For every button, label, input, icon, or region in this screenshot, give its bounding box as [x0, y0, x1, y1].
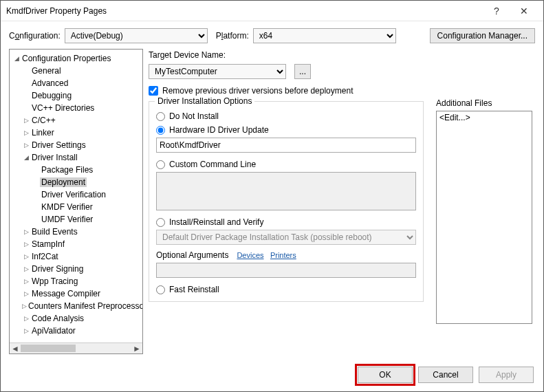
tree-node[interactable]: Driver Install [11, 151, 141, 164]
tree-node-label: Code Analysis [30, 314, 85, 323]
tree-node[interactable]: Inf2Cat [11, 250, 141, 263]
chevron-right-icon[interactable] [22, 277, 30, 285]
scroll-right-icon[interactable]: ► [131, 344, 142, 353]
radio-install-label: Install/Reinstall and Verify [169, 217, 263, 227]
install-task-select[interactable]: Default Driver Package Installation Task… [156, 230, 416, 245]
optional-args-input[interactable] [156, 263, 416, 278]
tree-node-label: Linker [30, 128, 56, 138]
configuration-manager-button[interactable]: Configuration Manager... [430, 28, 535, 43]
radio-custom-label: Custom Command Line [169, 160, 256, 169]
browse-device-button[interactable]: ... [294, 64, 311, 79]
remove-previous-label: Remove previous driver versions before d… [162, 86, 353, 96]
tree-node[interactable]: Wpp Tracing [11, 275, 141, 287]
scroll-left-icon[interactable]: ◄ [10, 344, 21, 353]
driver-install-groupbox: Driver Installation Options Do Not Insta… [149, 101, 424, 302]
chevron-right-icon[interactable] [22, 302, 27, 309]
chevron-right-icon[interactable] [22, 252, 30, 260]
tree-node[interactable]: Advanced [11, 77, 141, 89]
tree-node[interactable]: Driver Settings [11, 139, 141, 151]
target-device-select[interactable]: MyTestComputer [149, 64, 286, 79]
chevron-right-icon[interactable] [22, 141, 30, 149]
tree-node-label: Counters Manifest Preprocessor [27, 301, 142, 311]
radio-hwid[interactable] [156, 126, 165, 135]
platform-select[interactable]: x64 [253, 28, 396, 43]
tree-node-label: Advanced [30, 78, 69, 88]
optional-args-label: Optional Arguments [156, 250, 228, 260]
configuration-label: Configuration: [9, 31, 61, 41]
tree-hscrollbar[interactable]: ◄ ► [10, 342, 142, 353]
tree-node-label: Inf2Cat [30, 252, 60, 261]
chevron-right-icon[interactable] [22, 228, 30, 235]
tree-node[interactable]: UMDF Verifier [11, 213, 141, 226]
chevron-right-icon[interactable] [22, 327, 30, 334]
configuration-select[interactable]: Active(Debug) [65, 28, 208, 43]
chevron-right-icon[interactable] [22, 265, 30, 272]
chevron-right-icon[interactable] [22, 116, 30, 124]
hwid-input[interactable] [156, 138, 416, 153]
tree-node[interactable]: VC++ Directories [11, 102, 141, 114]
tree-node-label: Driver Signing [30, 264, 85, 274]
radio-fast-label: Fast Reinstall [169, 285, 219, 294]
tree-node[interactable]: Counters Manifest Preprocessor [11, 300, 141, 312]
chevron-right-icon[interactable] [22, 240, 30, 248]
remove-previous-checkbox[interactable] [149, 86, 158, 96]
config-row: Configuration: Active(Debug) Platform: x… [1, 21, 543, 49]
dialog-footer: OK Cancel Apply [358, 367, 534, 383]
tree-node-label: StampInf [30, 239, 66, 249]
tree-node-label: KMDF Verifier [40, 202, 94, 212]
tree-node-label: Configuration Properties [21, 54, 112, 63]
radio-custom[interactable] [156, 160, 165, 169]
chevron-down-icon[interactable] [12, 54, 21, 62]
tree-node[interactable]: General [11, 65, 141, 77]
ok-button[interactable]: OK [358, 367, 413, 383]
radio-fast[interactable] [156, 285, 165, 294]
devices-link[interactable]: Devices [237, 251, 263, 259]
tree-node-label: Message Compiler [30, 289, 102, 298]
chevron-down-icon[interactable] [22, 153, 30, 161]
radio-noinstall[interactable] [156, 112, 165, 121]
tree-node[interactable]: ApiValidator [11, 325, 141, 337]
tree-node-label: C/C++ [30, 116, 57, 125]
apply-button[interactable]: Apply [479, 367, 534, 383]
additional-files-label: Additional Files [436, 98, 532, 108]
tree-view[interactable]: Configuration PropertiesGeneralAdvancedD… [9, 49, 143, 354]
tree-node-label: VC++ Directories [30, 103, 96, 113]
tree-node-label: ApiValidator [30, 326, 77, 336]
custom-cmd-textarea[interactable] [156, 172, 416, 210]
tree-node[interactable]: Message Compiler [11, 287, 141, 300]
tree-node-label: UMDF Verifier [40, 215, 94, 224]
tree-node[interactable]: Code Analysis [11, 312, 141, 325]
tree-node[interactable]: C/C++ [11, 114, 141, 127]
tree-node-label: General [30, 66, 63, 76]
tree-node[interactable]: KMDF Verifier [11, 201, 141, 213]
close-icon[interactable]: ✕ [510, 6, 538, 17]
tree-node[interactable]: Configuration Properties [11, 52, 141, 65]
tree-node-label: Wpp Tracing [30, 276, 79, 286]
platform-label: Platform: [216, 31, 249, 41]
additional-files-listbox[interactable]: <Edit...> [436, 111, 532, 324]
printers-link[interactable]: Printers [270, 251, 296, 259]
chevron-right-icon[interactable] [22, 290, 30, 297]
tree-node[interactable]: StampInf [11, 238, 141, 250]
tree-node-label: Driver Verification [40, 190, 107, 199]
tree-node-label: Deployment [40, 177, 87, 187]
radio-hwid-label: Hardware ID Driver Update [169, 125, 269, 135]
help-icon[interactable]: ? [483, 6, 510, 17]
tree-node[interactable]: Deployment [11, 176, 141, 188]
tree-node[interactable]: Linker [11, 127, 141, 139]
chevron-right-icon[interactable] [22, 314, 30, 322]
tree-node[interactable]: Build Events [11, 226, 141, 238]
scroll-thumb[interactable] [21, 345, 76, 352]
tree-node-label: Driver Settings [30, 140, 87, 150]
additional-files-edit-item[interactable]: <Edit...> [439, 113, 470, 122]
tree-node[interactable]: Debugging [11, 89, 141, 102]
tree-node[interactable]: Driver Signing [11, 263, 141, 275]
chevron-right-icon[interactable] [22, 129, 30, 136]
tree-node[interactable]: Driver Verification [11, 188, 141, 201]
titlebar: KmdfDriver Property Pages ? ✕ [1, 1, 543, 21]
window-title: KmdfDriver Property Pages [6, 6, 483, 16]
tree-node-label: Build Events [30, 227, 79, 237]
radio-install[interactable] [156, 218, 165, 227]
tree-node[interactable]: Package Files [11, 164, 141, 176]
cancel-button[interactable]: Cancel [418, 367, 473, 383]
